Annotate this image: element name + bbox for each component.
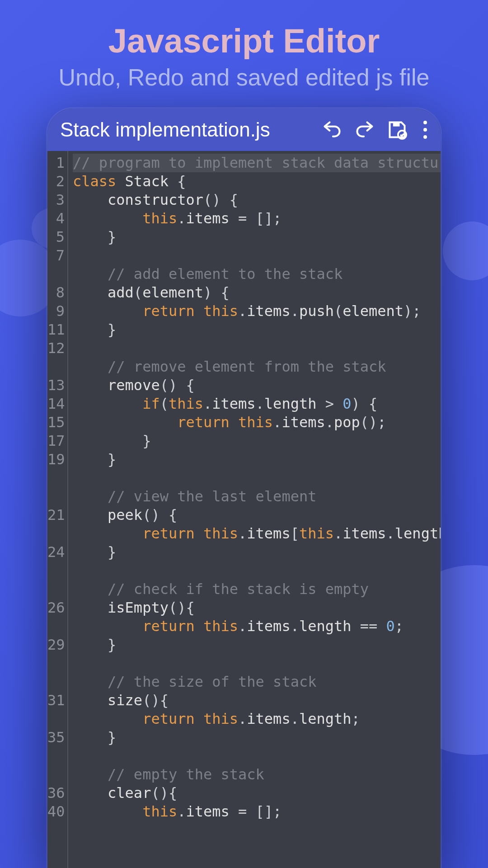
- line-number: 12: [47, 339, 65, 358]
- line-number: 9: [47, 302, 65, 321]
- line-number: 31: [47, 691, 65, 710]
- line-number: 26: [47, 599, 65, 617]
- line-number: 40: [47, 802, 65, 821]
- code-line[interactable]: size(){: [73, 691, 441, 710]
- code-line[interactable]: clear(){: [73, 784, 441, 802]
- line-number: 35: [47, 728, 65, 747]
- code-line[interactable]: isEmpty(){: [73, 599, 441, 617]
- decor-circle: [443, 222, 488, 280]
- appbar-actions: [322, 120, 431, 140]
- line-number: [47, 673, 65, 691]
- code-line[interactable]: return this.items.push(element);: [73, 302, 441, 321]
- code-line[interactable]: // check if the stack is empty: [73, 580, 441, 599]
- code-line[interactable]: peek() {: [73, 506, 441, 524]
- svg-rect-0: [393, 123, 400, 127]
- line-number: [47, 580, 65, 599]
- line-gutter: 12345789111213141517192124262931353640: [47, 151, 68, 868]
- line-number: 14: [47, 395, 65, 413]
- promo-headline: Javascript Editor: [0, 22, 488, 60]
- code-area[interactable]: // program to implement stack data struc…: [68, 151, 441, 868]
- code-line[interactable]: // add element to the stack: [73, 265, 441, 283]
- code-line[interactable]: // the size of the stack: [73, 673, 441, 691]
- line-number: [47, 765, 65, 784]
- code-line[interactable]: // view the last element: [73, 487, 441, 506]
- undo-icon[interactable]: [322, 120, 342, 140]
- line-number: 5: [47, 228, 65, 246]
- line-number: 13: [47, 376, 65, 395]
- line-number: 4: [47, 209, 65, 228]
- code-line[interactable]: this.items = [];: [73, 209, 441, 228]
- code-line[interactable]: }: [73, 636, 441, 654]
- code-line[interactable]: return this.items.length == 0;: [73, 617, 441, 636]
- line-number: 21: [47, 506, 65, 524]
- code-line[interactable]: }: [73, 321, 441, 339]
- line-number: 7: [47, 246, 65, 265]
- line-number: 36: [47, 784, 65, 802]
- promo-subhead: Undo, Redo and saved edited js file: [0, 64, 488, 91]
- line-number: 3: [47, 191, 65, 209]
- code-line[interactable]: [73, 246, 441, 265]
- phone-frame: Stack implementation.js 1234578911121314…: [47, 108, 441, 868]
- code-line[interactable]: [73, 561, 441, 580]
- line-number: 15: [47, 413, 65, 432]
- line-number: [47, 710, 65, 728]
- line-number: 11: [47, 321, 65, 339]
- overflow-menu-icon[interactable]: [420, 121, 431, 139]
- line-number: 8: [47, 283, 65, 302]
- line-number: [47, 469, 65, 487]
- line-number: 24: [47, 543, 65, 561]
- line-number: [47, 747, 65, 765]
- redo-icon[interactable]: [355, 120, 375, 140]
- line-number: [47, 561, 65, 580]
- code-line[interactable]: this.items = [];: [73, 802, 441, 821]
- code-line[interactable]: return this.items[this.items.length - 1]…: [73, 524, 441, 543]
- line-number: [47, 487, 65, 506]
- code-line[interactable]: }: [73, 450, 441, 469]
- code-line[interactable]: class Stack {: [73, 172, 441, 191]
- line-number: 29: [47, 636, 65, 654]
- file-title: Stack implementation.js: [60, 118, 322, 141]
- code-line[interactable]: [73, 469, 441, 487]
- code-editor[interactable]: 12345789111213141517192124262931353640 /…: [47, 151, 441, 868]
- appbar: Stack implementation.js: [47, 108, 441, 151]
- save-icon[interactable]: [387, 120, 407, 140]
- code-line[interactable]: return this.items.length;: [73, 710, 441, 728]
- code-line[interactable]: // program to implement stack data struc…: [73, 154, 441, 172]
- line-number: 1: [47, 154, 65, 172]
- code-line[interactable]: add(element) {: [73, 283, 441, 302]
- line-number: 19: [47, 450, 65, 469]
- code-line[interactable]: // remove element from the stack: [73, 358, 441, 376]
- line-number: [47, 654, 65, 673]
- line-number: [47, 265, 65, 283]
- code-line[interactable]: [73, 339, 441, 358]
- code-line[interactable]: }: [73, 543, 441, 561]
- code-line[interactable]: }: [73, 728, 441, 747]
- code-line[interactable]: return this.items.pop();: [73, 413, 441, 432]
- code-line[interactable]: }: [73, 432, 441, 450]
- line-number: [47, 524, 65, 543]
- code-line[interactable]: [73, 654, 441, 673]
- code-line[interactable]: if(this.items.length > 0) {: [73, 395, 441, 413]
- code-line[interactable]: }: [73, 228, 441, 246]
- code-line[interactable]: // empty the stack: [73, 765, 441, 784]
- code-line[interactable]: [73, 747, 441, 765]
- code-line[interactable]: remove() {: [73, 376, 441, 395]
- line-number: [47, 617, 65, 636]
- line-number: 2: [47, 172, 65, 191]
- line-number: [47, 358, 65, 376]
- line-number: 17: [47, 432, 65, 450]
- code-line[interactable]: constructor() {: [73, 191, 441, 209]
